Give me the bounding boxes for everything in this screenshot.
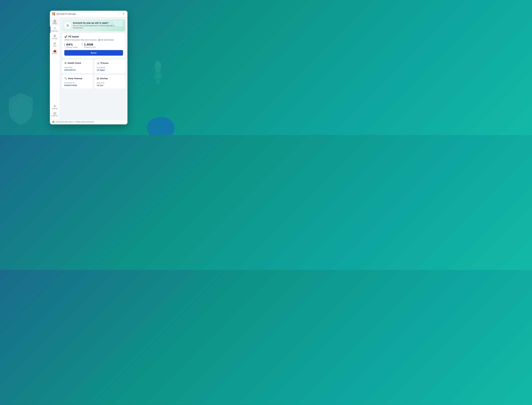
deep-cleanup-card[interactable]: 🔍 Deep Cleanup Local Disk (C:) 85GB/476G… bbox=[62, 75, 93, 89]
svg-rect-2 bbox=[155, 70, 161, 79]
sidebar-item-feedback[interactable]: 💬 Feedback bbox=[50, 111, 59, 118]
startup-header: ⏻ Startup bbox=[97, 77, 123, 80]
main-content: 🖥 Annoyed by pop-up ads in apps? Turn on… bbox=[60, 17, 127, 119]
temp-value: 1.8GB bbox=[84, 43, 95, 46]
memory-value: 64% bbox=[66, 43, 78, 46]
memory-bar-fill bbox=[64, 43, 65, 46]
grid-row-2: 🔍 Deep Cleanup Local Disk (C:) 85GB/476G… bbox=[62, 75, 125, 89]
sidebar: 🏠 Home 🛡 Protection 🗄 Storage ⊞ Apps 🧰 T… bbox=[50, 17, 60, 119]
boost-subtitle: 23MB of temporary files were released. 🔄… bbox=[64, 39, 123, 41]
process-icon: 📊 bbox=[97, 62, 99, 64]
sidebar-storage-label: Storage bbox=[52, 38, 58, 39]
temp-bar-fill bbox=[82, 43, 82, 45]
boost-card: 🚀 PC boost 23MB of temporary files were … bbox=[62, 33, 125, 58]
popup-icon: 🖥 bbox=[66, 24, 69, 27]
deep-cleanup-sublabel: Local Disk (C:) bbox=[64, 82, 91, 84]
window-controls: − ✕ bbox=[117, 12, 125, 15]
close-button[interactable]: ✕ bbox=[122, 12, 125, 15]
sidebar-item-toolbox[interactable]: 🧰 Toolbox bbox=[50, 48, 59, 56]
minimize-button[interactable]: − bbox=[117, 12, 120, 15]
main-window: Microsoft PC Manager − ✕ 🏠 Home 🛡 Protec… bbox=[50, 11, 127, 124]
deep-cleanup-value: 85GB/476GB bbox=[64, 84, 91, 86]
boost-button[interactable]: Boost bbox=[64, 50, 123, 56]
app-logo bbox=[52, 12, 55, 15]
memory-values: 64% Memory usage bbox=[66, 43, 78, 48]
startup-icon: ⏻ bbox=[97, 77, 99, 80]
startup-title: Startup bbox=[100, 77, 108, 80]
apps-icon: ⊞ bbox=[54, 42, 56, 45]
svg-marker-4 bbox=[161, 73, 162, 79]
shield-icon: 🛡 bbox=[54, 27, 56, 30]
memory-label: Memory usage bbox=[66, 46, 78, 48]
health-check-header: 🖥 Health Check bbox=[64, 62, 91, 64]
svg-rect-14 bbox=[116, 27, 121, 27]
deep-cleanup-title: Deep Cleanup bbox=[68, 77, 82, 80]
sidebar-item-home[interactable]: 🏠 Home bbox=[50, 19, 59, 26]
process-sublabel: In progress bbox=[97, 67, 123, 68]
grid-row-1: 🖥 Health Check Last check 2023/05/15 📊 P… bbox=[62, 60, 125, 73]
sidebar-item-settings[interactable]: ⚙ Settings bbox=[50, 103, 59, 111]
svg-marker-3 bbox=[154, 73, 155, 79]
health-check-value: 2023/05/15 bbox=[64, 69, 91, 71]
window-footer: 🌿 Cleaned 10.24G space ≈ 2.56kg carbon e… bbox=[50, 119, 127, 124]
deep-cleanup-header: 🔍 Deep Cleanup bbox=[64, 77, 91, 80]
deep-cleanup-icon: 🔍 bbox=[64, 77, 67, 80]
process-header: 📊 Process bbox=[97, 62, 123, 64]
process-title: Process bbox=[101, 62, 108, 64]
sidebar-settings-label: Settings bbox=[52, 108, 58, 109]
window-body: 🏠 Home 🛡 Protection 🗄 Storage ⊞ Apps 🧰 T… bbox=[50, 17, 127, 119]
footer-text: Cleaned 10.24G space ≈ 2.56kg carbon emi… bbox=[56, 121, 94, 123]
health-check-sublabel: Last check bbox=[64, 67, 91, 68]
startup-value: 10 Sec bbox=[97, 84, 123, 86]
temp-stat: 1.8GB Temporary files bbox=[82, 43, 95, 48]
active-indicator bbox=[50, 26, 50, 33]
sidebar-item-protection[interactable]: 🛡 Protection bbox=[50, 26, 59, 33]
svg-rect-9 bbox=[52, 14, 53, 15]
sidebar-protection-label: Protection bbox=[51, 30, 58, 32]
boost-header: 🚀 PC boost bbox=[64, 35, 123, 38]
window-title: Microsoft PC Manager bbox=[57, 13, 117, 15]
banner-decoration bbox=[113, 20, 124, 29]
sidebar-item-storage[interactable]: 🗄 Storage bbox=[50, 34, 59, 41]
sidebar-home-label: Home bbox=[53, 23, 57, 24]
memory-stat: 64% Memory usage bbox=[64, 43, 78, 48]
settings-icon: ⚙ bbox=[54, 105, 56, 107]
health-check-title: Health Check bbox=[68, 62, 81, 64]
svg-rect-5 bbox=[156, 79, 158, 84]
boost-title: PC boost bbox=[68, 35, 79, 38]
title-bar: Microsoft PC Manager − ✕ bbox=[50, 11, 127, 17]
temp-bar bbox=[82, 43, 82, 48]
sidebar-toolbox-label: Toolbox bbox=[52, 53, 58, 54]
svg-rect-8 bbox=[54, 13, 55, 14]
storage-icon: 🗄 bbox=[54, 35, 56, 37]
health-check-icon: 🖥 bbox=[64, 62, 66, 64]
temp-label: Temporary files bbox=[84, 46, 95, 48]
home-icon: 🏠 bbox=[53, 20, 56, 22]
memory-bar bbox=[64, 43, 65, 48]
smart-boost-link[interactable]: 🔄 Set Smart Boost bbox=[98, 39, 114, 41]
svg-rect-13 bbox=[117, 26, 120, 27]
process-card[interactable]: 📊 Process In progress 14 Apps bbox=[94, 60, 125, 73]
popup-management-link[interactable]: Pop-up Management bbox=[79, 25, 97, 27]
svg-rect-7 bbox=[52, 13, 53, 14]
sidebar-apps-label: Apps bbox=[53, 45, 57, 47]
toolbox-icon: 🧰 bbox=[53, 50, 56, 52]
feedback-icon: 💬 bbox=[53, 112, 56, 115]
banner-icon-wrap: 🖥 bbox=[64, 22, 71, 29]
sidebar-feedback-label: Feedback bbox=[52, 115, 58, 116]
popup-banner[interactable]: 🖥 Annoyed by pop-up ads in apps? Turn on… bbox=[62, 20, 125, 32]
svg-rect-10 bbox=[54, 14, 55, 15]
process-value: 14 Apps bbox=[97, 69, 123, 71]
footer-leaf-icon: 🌿 bbox=[52, 121, 54, 123]
boost-stats: 64% Memory usage 1.8GB Temporary files bbox=[64, 43, 123, 48]
temp-values: 1.8GB Temporary files bbox=[84, 43, 95, 48]
startup-sublabel: Start time bbox=[97, 82, 123, 84]
health-check-card[interactable]: 🖥 Health Check Last check 2023/05/15 bbox=[62, 60, 93, 73]
startup-card[interactable]: ⏻ Startup Start time 10 Sec bbox=[94, 75, 125, 89]
boost-icon: 🚀 bbox=[64, 35, 67, 38]
svg-rect-6 bbox=[158, 79, 160, 84]
svg-rect-12 bbox=[115, 21, 122, 26]
sidebar-item-apps[interactable]: ⊞ Apps bbox=[50, 41, 59, 48]
